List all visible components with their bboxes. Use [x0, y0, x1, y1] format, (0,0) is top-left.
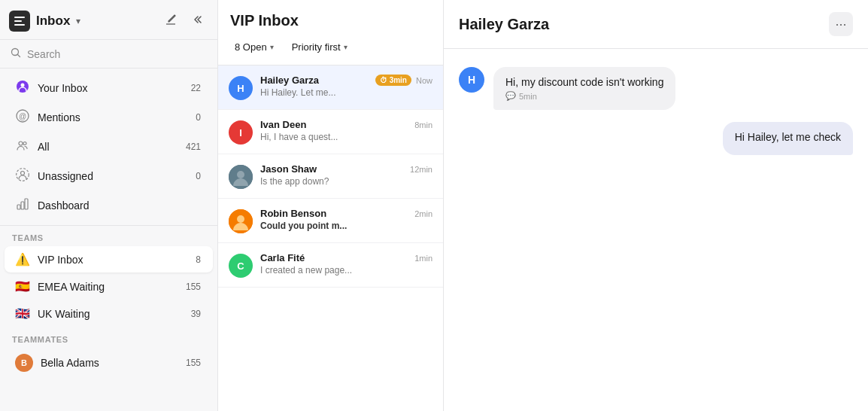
conversation-item-robin-benson[interactable]: Robin Benson 2min Could you point m... — [218, 199, 443, 243]
sidebar-header: Inbox ▾ — [0, 0, 217, 40]
teams-section-label: TEAMS — [0, 226, 217, 245]
uk-flag-icon: 🇬🇧 — [15, 306, 30, 321]
svg-rect-2 — [14, 24, 25, 26]
conversation-item-carla-fite[interactable]: C Carla Fité 1min I created a new page..… — [218, 243, 443, 288]
conv-preview-carla: I created a new page... — [260, 265, 432, 276]
svg-text:@: @ — [19, 112, 26, 120]
middle-panel-title: VIP Inbox — [230, 12, 431, 29]
vip-inbox-icon: ⚠️ — [15, 252, 30, 266]
sidebar-item-your-inbox[interactable]: Your Inbox 22 — [5, 74, 213, 102]
conv-avatar-jason — [229, 165, 253, 189]
chat-message-incoming: H Hi, my discount code isn't working 💬 5… — [459, 67, 675, 110]
search-button[interactable]: Search — [0, 40, 217, 68]
conv-badge-hailey: ⏱ 3min — [375, 75, 411, 86]
right-panel-contact-name: Hailey Garza — [459, 16, 549, 33]
svg-point-9 — [23, 142, 26, 145]
conv-name-ivan: Ivan Deen — [260, 119, 306, 130]
right-header: Hailey Garza ··· — [444, 0, 868, 49]
conv-body-carla: Carla Fité 1min I created a new page... — [260, 252, 432, 276]
conv-body-ivan: Ivan Deen 8min Hi, I have a quest... — [260, 119, 432, 142]
filter-priority-label: Priority first — [292, 41, 341, 53]
chat-bubble-incoming: Hi, my discount code isn't working 💬 5mi… — [493, 67, 675, 110]
sidebar-item-vip-inbox[interactable]: ⚠️ VIP Inbox 8 — [5, 246, 213, 272]
conversation-item-hailey-garza[interactable]: H Hailey Garza ⏱ 3min Now Hi Hailey. Let… — [218, 65, 443, 110]
more-options-icon: ··· — [835, 17, 846, 32]
conversation-item-ivan-deen[interactable]: I Ivan Deen 8min Hi, I have a quest... — [218, 110, 443, 154]
middle-filters: 8 Open ▾ Priority first ▾ — [230, 38, 431, 56]
conv-body-hailey: Hailey Garza ⏱ 3min Now Hi Hailey. Let m… — [260, 75, 432, 98]
sidebar-item-mentions[interactable]: @ Mentions 0 — [5, 103, 213, 132]
conversation-item-jason-shaw[interactable]: Jason Shaw 12min Is the app down? — [218, 154, 443, 199]
sidebar-item-dashboard[interactable]: Dashboard — [5, 191, 213, 220]
sidebar-item-vip-inbox-label: VIP Inbox — [38, 254, 83, 266]
sidebar: Inbox ▾ Search — [0, 0, 218, 411]
your-inbox-icon — [15, 80, 30, 96]
svg-point-8 — [19, 142, 23, 145]
sidebar-item-bella-adams[interactable]: B Bella Adams 155 — [5, 348, 213, 378]
conv-body-robin: Robin Benson 2min Could you point m... — [260, 208, 432, 231]
conv-name-robin: Robin Benson — [260, 208, 326, 219]
conv-name-carla: Carla Fité — [260, 252, 305, 263]
sidebar-item-uk-waiting-count: 39 — [191, 309, 201, 319]
sidebar-item-uk-waiting-label: UK Waiting — [38, 308, 90, 320]
brand-icon — [9, 11, 30, 32]
sidebar-item-mentions-count: 0 — [196, 112, 201, 123]
svg-rect-0 — [14, 17, 25, 18]
sidebar-title-caret: ▾ — [76, 16, 80, 26]
compose-button[interactable] — [162, 11, 180, 32]
sidebar-item-emea-waiting[interactable]: 🇪🇸 EMEA Waiting 155 — [5, 273, 213, 300]
filter-open-button[interactable]: 8 Open ▾ — [230, 38, 278, 56]
middle-panel: VIP Inbox 8 Open ▾ Priority first ▾ H Ha… — [218, 0, 444, 411]
sidebar-item-mentions-label: Mentions — [38, 111, 80, 123]
mentions-icon: @ — [15, 109, 30, 126]
conv-avatar-carla: C — [229, 254, 253, 278]
conv-avatar-robin — [229, 209, 253, 233]
sidebar-item-unassigned-count: 0 — [196, 171, 201, 181]
svg-point-5 — [21, 84, 25, 87]
conv-preview-ivan: Hi, I have a quest... — [260, 132, 432, 142]
sidebar-item-your-inbox-count: 22 — [191, 83, 201, 93]
filter-open-label: 8 Open — [235, 41, 267, 53]
conv-time-ivan: 8min — [414, 120, 432, 129]
more-options-button[interactable]: ··· — [829, 12, 853, 36]
compose-icon — [165, 14, 177, 29]
filter-priority-button[interactable]: Priority first ▾ — [287, 38, 352, 56]
collapse-icon — [190, 14, 202, 29]
sidebar-item-vip-inbox-count: 8 — [196, 254, 201, 265]
dashboard-icon — [15, 197, 30, 214]
chat-avatar-hailey: H — [459, 67, 484, 93]
chat-area: H Hi, my discount code isn't working 💬 5… — [444, 49, 868, 411]
teams-section: TEAMS ⚠️ VIP Inbox 8 🇪🇸 EMEA Waiting 155… — [0, 226, 217, 327]
conv-preview-hailey: Hi Hailey. Let me... — [260, 87, 432, 98]
svg-point-10 — [21, 172, 25, 175]
conversation-list: H Hailey Garza ⏱ 3min Now Hi Hailey. Let… — [218, 65, 443, 411]
svg-rect-12 — [17, 205, 20, 209]
teammates-section: TEAMMATES B Bella Adams 155 — [0, 327, 217, 379]
chat-bubble-outgoing: Hi Hailey, let me check — [723, 122, 853, 155]
chat-bubble-time-incoming: 5min — [519, 92, 537, 101]
sidebar-item-all-count: 421 — [186, 142, 201, 152]
svg-rect-13 — [21, 202, 24, 209]
conv-time-jason: 12min — [410, 165, 432, 174]
sidebar-item-uk-waiting[interactable]: 🇬🇧 UK Waiting 39 — [5, 300, 213, 327]
conv-body-jason: Jason Shaw 12min Is the app down? — [260, 163, 432, 187]
conv-preview-robin: Could you point m... — [260, 221, 432, 231]
conv-time-hailey: Now — [416, 76, 432, 85]
sidebar-item-your-inbox-label: Your Inbox — [38, 82, 87, 94]
collapse-button[interactable] — [187, 11, 205, 32]
unassigned-icon — [15, 168, 30, 184]
chat-bubble-meta-incoming: 💬 5min — [505, 91, 663, 101]
sidebar-header-actions — [162, 11, 205, 32]
conv-name-hailey: Hailey Garza — [260, 75, 319, 86]
sidebar-item-emea-waiting-label: EMEA Waiting — [38, 281, 105, 293]
sidebar-brand[interactable]: Inbox ▾ — [9, 11, 80, 32]
sidebar-item-all[interactable]: All 421 — [5, 132, 213, 161]
filter-priority-chevron-icon: ▾ — [344, 43, 348, 51]
teammates-section-label: TEAMMATES — [0, 327, 217, 347]
svg-point-16 — [237, 171, 244, 178]
clock-icon: ⏱ — [380, 76, 387, 84]
all-icon — [15, 139, 30, 155]
sidebar-item-unassigned[interactable]: Unassigned 0 — [5, 162, 213, 190]
conv-avatar-hailey: H — [229, 76, 253, 100]
conv-time-robin: 2min — [414, 209, 432, 218]
